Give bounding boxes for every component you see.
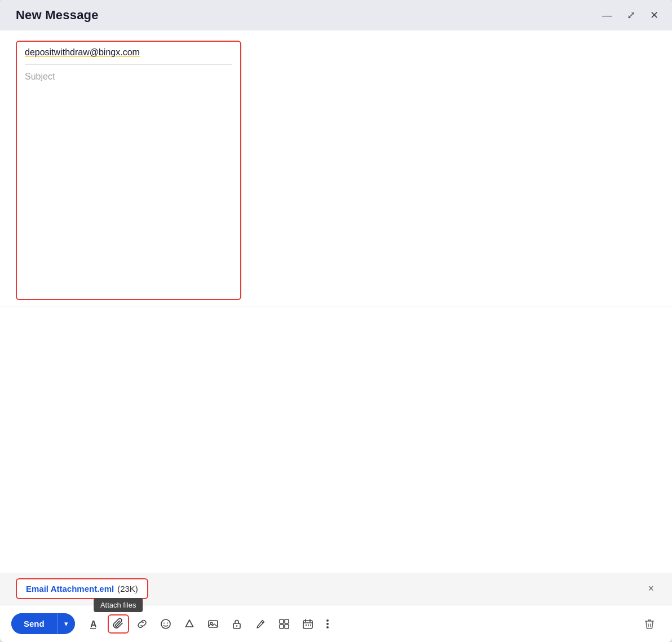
svg-point-3 — [163, 622, 165, 623]
subject-field[interactable]: Subject — [25, 65, 232, 82]
svg-rect-18 — [306, 625, 307, 626]
emoji-icon — [160, 618, 171, 630]
trash-icon — [643, 618, 656, 630]
svg-text:A: A — [90, 619, 97, 629]
lock-icon — [231, 618, 242, 630]
formatting-icon: A — [89, 618, 100, 630]
more-vertical-icon — [326, 618, 329, 630]
svg-point-8 — [236, 625, 237, 626]
schedule-send-button[interactable] — [297, 614, 319, 634]
svg-point-23 — [326, 626, 329, 628]
toolbar: Send ▾ A Attach files — [0, 605, 672, 642]
svg-rect-12 — [280, 625, 284, 628]
svg-rect-11 — [285, 619, 289, 623]
delete-draft-button[interactable] — [638, 614, 661, 634]
attach-files-tooltip-container: Attach files — [108, 614, 129, 634]
svg-point-22 — [326, 623, 329, 625]
window-title: New Message — [16, 8, 99, 23]
close-button[interactable]: ✕ — [648, 8, 661, 23]
title-bar: New Message — ⤢ ✕ — [0, 0, 672, 30]
send-button[interactable]: Send — [11, 613, 58, 634]
link-button[interactable] — [131, 614, 153, 634]
chevron-down-icon: ▾ — [64, 619, 68, 628]
emoji-button[interactable] — [155, 614, 176, 634]
attachment-close-button[interactable]: × — [646, 583, 656, 595]
svg-rect-10 — [280, 619, 284, 623]
paperclip-icon — [113, 618, 124, 630]
pencil-icon — [255, 618, 266, 630]
calendar-icon — [302, 618, 313, 630]
send-dropdown-button[interactable]: ▾ — [58, 614, 75, 634]
svg-rect-20 — [310, 625, 311, 626]
svg-rect-5 — [209, 621, 218, 627]
attachment-area: Email Attachment.eml (23K) × — [0, 573, 672, 605]
layout-icon — [278, 618, 290, 630]
drive-icon — [184, 618, 195, 630]
formatting-button[interactable]: A — [84, 614, 105, 634]
svg-rect-19 — [308, 625, 309, 626]
svg-rect-13 — [285, 625, 289, 628]
photo-button[interactable] — [202, 614, 224, 634]
send-button-group: Send ▾ — [11, 613, 75, 634]
compose-body: depositwithdraw@bingx.com Subject Email … — [0, 30, 672, 642]
svg-point-4 — [167, 622, 168, 623]
drive-button[interactable] — [179, 614, 200, 634]
message-body[interactable] — [0, 306, 672, 573]
signature-button[interactable] — [250, 614, 271, 634]
attach-files-button[interactable] — [108, 614, 129, 634]
photo-icon — [207, 618, 219, 630]
title-bar-controls: — ⤢ ✕ — [600, 8, 661, 23]
svg-point-21 — [326, 619, 329, 622]
attachment-filename: Email Attachment.eml — [26, 584, 114, 593]
confidential-button[interactable] — [226, 614, 247, 634]
layout-button[interactable] — [273, 614, 295, 634]
attachment-size: (23K) — [117, 584, 138, 593]
svg-line-9 — [261, 621, 263, 623]
more-options-button[interactable] — [321, 614, 334, 634]
compose-window: New Message — ⤢ ✕ depositwithdraw@bingx.… — [0, 0, 672, 642]
recipient-row: depositwithdraw@bingx.com Subject — [0, 30, 672, 306]
recipient-email[interactable]: depositwithdraw@bingx.com — [25, 47, 232, 65]
recipient-box: depositwithdraw@bingx.com Subject — [16, 41, 241, 300]
fields-section: depositwithdraw@bingx.com Subject — [0, 30, 672, 306]
svg-point-2 — [161, 619, 170, 628]
link-icon — [136, 618, 148, 630]
expand-button[interactable]: ⤢ — [625, 8, 638, 23]
minimize-button[interactable]: — — [600, 8, 614, 23]
attachment-chip: Email Attachment.eml (23K) — [16, 578, 148, 599]
